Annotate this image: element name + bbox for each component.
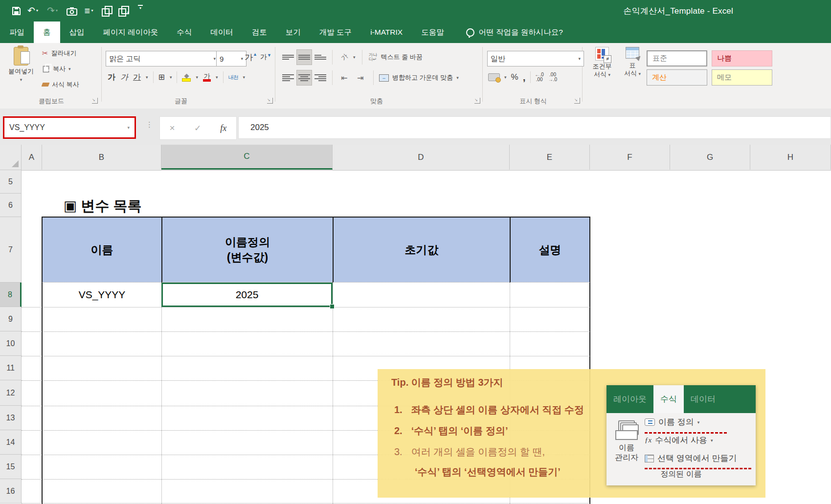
insert-function-button[interactable]: fx bbox=[220, 123, 226, 133]
column-header-E[interactable]: E bbox=[510, 145, 590, 170]
save-button[interactable] bbox=[12, 4, 21, 17]
row-header-15[interactable]: 15 bbox=[0, 455, 22, 479]
underline-dropdown-arrow[interactable]: ▾ bbox=[146, 75, 148, 80]
table-header-initial[interactable]: 초기값 bbox=[334, 218, 510, 282]
touch-mouse-mode-button[interactable]: ≣▾ bbox=[84, 4, 93, 17]
fill-color-button[interactable]: ◆ bbox=[182, 73, 191, 82]
row-header-16[interactable]: 16 bbox=[0, 479, 22, 504]
cell-B8[interactable]: VS_YYYY bbox=[43, 283, 161, 307]
cell-style-2[interactable]: 나쁨 bbox=[712, 50, 772, 66]
accounting-dropdown-arrow[interactable]: ▾ bbox=[504, 75, 507, 80]
align-center-button[interactable] bbox=[297, 70, 312, 85]
tab-review[interactable]: 검토 bbox=[243, 22, 276, 43]
conditional-formatting-button[interactable]: ≠ 조건부서식 ▾ bbox=[586, 47, 618, 79]
borders-button[interactable]: ⊞ bbox=[158, 73, 165, 81]
inset-tab-2[interactable]: 수식 bbox=[653, 385, 684, 413]
align-middle-button[interactable] bbox=[297, 50, 312, 65]
clipboard-dialog-launcher[interactable]: ↘ bbox=[92, 98, 98, 104]
decrease-indent-button[interactable]: ⇤ bbox=[337, 70, 352, 85]
inset-tab-3[interactable]: 데이터 bbox=[684, 385, 722, 413]
tell-me-search[interactable]: 어떤 작업을 원하시나요? bbox=[466, 22, 563, 43]
column-header-A[interactable]: A bbox=[22, 145, 42, 170]
borders-dropdown-arrow[interactable]: ▾ bbox=[170, 75, 172, 80]
column-header-C[interactable]: C bbox=[161, 145, 333, 170]
row-header-8[interactable]: 8 bbox=[0, 283, 22, 307]
use-in-formula-button[interactable]: ƒx수식에서 사용▾ bbox=[645, 435, 713, 446]
table-header-description[interactable]: 설명 bbox=[511, 218, 589, 282]
table-header-name[interactable]: 이름 bbox=[43, 218, 161, 282]
font-color-dropdown-arrow[interactable]: ▾ bbox=[216, 75, 218, 80]
copy-cells-button[interactable] bbox=[102, 6, 110, 19]
paste-dropdown-arrow[interactable]: ▾ bbox=[20, 77, 22, 82]
name-manager-button[interactable]: 이름관리자 bbox=[612, 416, 641, 462]
inset-tab-1[interactable]: 레이아웃 bbox=[606, 385, 653, 413]
define-name-button[interactable]: 이름 정의▾ bbox=[645, 416, 699, 428]
align-bottom-button[interactable] bbox=[313, 50, 328, 65]
row-header-7[interactable]: 7 bbox=[0, 217, 22, 283]
row-header-9[interactable]: 9 bbox=[0, 307, 22, 331]
tab-formulas[interactable]: 수식 bbox=[167, 22, 201, 43]
wrap-text-button[interactable]: 가나다↵ 텍스트 줄 바꿈 bbox=[369, 50, 423, 65]
customize-qat-button[interactable]: ▾ bbox=[138, 5, 143, 18]
row-header-12[interactable]: 12 bbox=[0, 380, 22, 406]
copy-button[interactable]: 복사 ▾ bbox=[42, 65, 71, 73]
bold-button[interactable]: 가 bbox=[108, 73, 115, 81]
formula-input[interactable]: 2025 bbox=[238, 116, 831, 139]
increase-indent-button[interactable]: ⇥ bbox=[353, 70, 368, 85]
row-header-13[interactable]: 13 bbox=[0, 406, 22, 430]
comma-style-button[interactable]: , bbox=[523, 71, 526, 83]
underline-button[interactable]: 가 bbox=[133, 73, 141, 81]
font-dialog-launcher[interactable]: ↘ bbox=[267, 98, 273, 104]
column-header-D[interactable]: D bbox=[333, 145, 510, 170]
tab-insert[interactable]: 삽입 bbox=[60, 22, 94, 43]
tab-help[interactable]: 도움말 bbox=[412, 22, 453, 43]
accounting-format-button[interactable] bbox=[488, 73, 500, 81]
name-box-dropdown-arrow[interactable]: ▾ bbox=[127, 125, 130, 130]
orientation-dropdown-arrow[interactable]: ▾ bbox=[353, 55, 356, 60]
percent-style-button[interactable]: % bbox=[511, 72, 518, 82]
orientation-button[interactable]: 가 bbox=[337, 50, 352, 65]
row-header-6[interactable]: 6 bbox=[0, 194, 22, 217]
decrease-decimal-button[interactable]: .00→.0 bbox=[548, 72, 557, 82]
redo-button[interactable]: ↷▾ bbox=[47, 4, 58, 17]
touch-mode-dropdown-arrow[interactable]: ▾ bbox=[91, 8, 93, 13]
italic-button[interactable]: 가 bbox=[120, 73, 128, 81]
formula-bar-splitter[interactable]: ⋮ bbox=[146, 120, 153, 129]
tab-view[interactable]: 보기 bbox=[276, 22, 310, 43]
font-color-button[interactable]: 가 bbox=[203, 73, 211, 82]
column-header-F[interactable]: F bbox=[590, 145, 670, 170]
number-dialog-launcher[interactable]: ↘ bbox=[574, 98, 580, 104]
number-format-select[interactable]: 일반▾ bbox=[487, 51, 584, 66]
format-as-table-button[interactable]: 표서식 ▾ bbox=[619, 47, 646, 78]
phonetic-dropdown-arrow[interactable]: ▾ bbox=[243, 75, 246, 80]
row-header-10[interactable]: 10 bbox=[0, 331, 22, 356]
switch-windows-button[interactable]: ▾ bbox=[118, 6, 129, 19]
camera-button[interactable] bbox=[67, 5, 77, 18]
name-box[interactable]: VS_YYYY ▾ bbox=[3, 116, 136, 139]
fill-handle[interactable] bbox=[330, 304, 335, 309]
table-header-definition[interactable]: 이름정의 (변수값) bbox=[162, 218, 333, 282]
tab-home[interactable]: 홈 bbox=[34, 22, 60, 43]
select-all-corner[interactable] bbox=[0, 145, 22, 170]
cell-style-3[interactable]: 계산 bbox=[647, 69, 707, 86]
shrink-font-button[interactable]: 가▼ bbox=[260, 53, 271, 62]
enter-button[interactable]: ✓ bbox=[194, 123, 201, 133]
row-header-11[interactable]: 11 bbox=[0, 356, 22, 380]
merge-dropdown-arrow[interactable]: ▾ bbox=[456, 75, 459, 80]
column-header-G[interactable]: G bbox=[670, 145, 750, 170]
cut-button[interactable]: ✂ 잘라내기 bbox=[42, 49, 77, 58]
align-right-button[interactable] bbox=[313, 70, 328, 85]
format-painter-button[interactable]: 서식 복사 bbox=[42, 80, 79, 89]
column-header-B[interactable]: B bbox=[42, 145, 161, 170]
grow-font-button[interactable]: 가▲ bbox=[245, 52, 257, 63]
font-name-select[interactable]: 맑은 고딕▾ bbox=[106, 51, 219, 66]
merge-center-button[interactable]: ↔ 병합하고 가운데 맞춤 ▾ bbox=[379, 70, 459, 85]
align-left-button[interactable] bbox=[281, 70, 295, 85]
align-top-button[interactable] bbox=[281, 50, 295, 65]
row-header-14[interactable]: 14 bbox=[0, 430, 22, 455]
undo-dropdown-arrow[interactable]: ▾ bbox=[36, 8, 38, 13]
tab-data[interactable]: 데이터 bbox=[201, 22, 243, 43]
phonetic-guide-button[interactable]: 내천 bbox=[228, 74, 238, 81]
tab-page-layout[interactable]: 페이지 레이아웃 bbox=[94, 22, 168, 43]
copy-dropdown-arrow[interactable]: ▾ bbox=[68, 66, 71, 71]
